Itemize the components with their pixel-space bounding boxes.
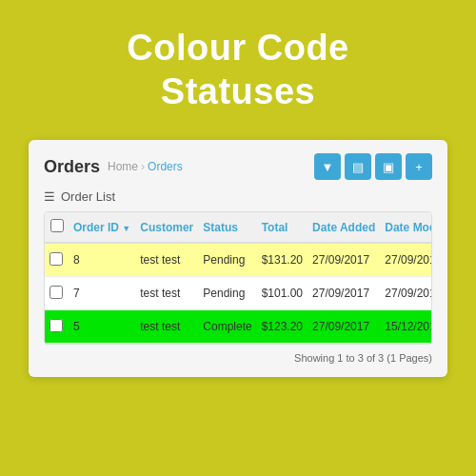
columns-icon: ▤ bbox=[352, 160, 364, 174]
cell-total: $131.20 bbox=[257, 243, 307, 277]
table-row: 7 test test Pending $101.00 27/09/2017 2… bbox=[45, 277, 432, 310]
cell-customer: test test bbox=[135, 310, 198, 344]
card-header: Orders Home › Orders ▼ ▤ ▣ + bbox=[44, 153, 432, 180]
cell-customer: test test bbox=[135, 243, 198, 277]
orders-card: Orders Home › Orders ▼ ▤ ▣ + ☰ Order Lis… bbox=[29, 140, 447, 377]
card-header-actions: ▼ ▤ ▣ + bbox=[314, 153, 432, 180]
cell-order-id: 8 bbox=[69, 243, 135, 277]
th-date-added: Date Added bbox=[307, 212, 380, 243]
row-checkbox-0[interactable] bbox=[50, 252, 63, 266]
select-all-checkbox[interactable] bbox=[50, 219, 64, 232]
breadcrumb-separator: › bbox=[141, 160, 145, 173]
cell-status: Pending bbox=[198, 277, 256, 310]
breadcrumb-current: Orders bbox=[148, 160, 183, 173]
th-date-modified: Date Modified bbox=[380, 212, 432, 243]
add-button[interactable]: + bbox=[406, 153, 432, 180]
orders-table-wrap: Order ID ▼ Customer Status Total Date Ad… bbox=[44, 211, 432, 345]
card-header-left: Orders Home › Orders bbox=[44, 157, 183, 177]
cell-date-added: 27/09/2017 bbox=[307, 277, 380, 310]
sort-icon: ▼ bbox=[122, 224, 130, 233]
print-icon: ▣ bbox=[383, 160, 394, 174]
showing-text: Showing 1 to 3 of 3 (1 Pages) bbox=[44, 352, 432, 364]
cell-date-modified: 27/09/2017 bbox=[380, 243, 432, 277]
columns-button[interactable]: ▤ bbox=[345, 153, 371, 180]
cell-date-modified: 15/12/2017 bbox=[380, 310, 432, 344]
th-checkbox bbox=[45, 212, 69, 243]
cell-checkbox bbox=[45, 243, 69, 277]
cell-checkbox bbox=[45, 277, 69, 310]
breadcrumb-home: Home bbox=[108, 160, 138, 173]
th-customer: Customer bbox=[135, 212, 198, 243]
cell-date-added: 27/09/2017 bbox=[307, 243, 380, 277]
table-row: 5 test test Complete $123.20 27/09/2017 … bbox=[45, 310, 432, 344]
orders-table: Order ID ▼ Customer Status Total Date Ad… bbox=[45, 212, 432, 344]
hero-title: Colour Code Statuses bbox=[127, 27, 348, 113]
row-checkbox-2[interactable] bbox=[50, 319, 63, 332]
row-checkbox-1[interactable] bbox=[50, 286, 63, 299]
cell-date-modified: 27/09/2017 bbox=[380, 277, 432, 310]
cell-checkbox bbox=[45, 310, 69, 344]
th-status: Status bbox=[198, 212, 256, 243]
th-order-id: Order ID ▼ bbox=[69, 212, 135, 243]
cell-order-id: 5 bbox=[69, 310, 135, 344]
section-header: ☰ Order List bbox=[44, 189, 432, 204]
table-body: 8 test test Pending $131.20 27/09/2017 2… bbox=[45, 243, 432, 344]
list-icon: ☰ bbox=[44, 189, 55, 204]
page-title: Orders bbox=[44, 157, 100, 177]
plus-icon: + bbox=[415, 160, 423, 174]
section-label: Order List bbox=[61, 189, 115, 204]
cell-total: $101.00 bbox=[257, 277, 307, 310]
cell-customer: test test bbox=[135, 277, 198, 310]
filter-button[interactable]: ▼ bbox=[314, 153, 341, 180]
cell-order-id: 7 bbox=[69, 277, 135, 310]
cell-date-added: 27/09/2017 bbox=[307, 310, 380, 344]
print-button[interactable]: ▣ bbox=[375, 153, 402, 180]
table-row: 8 test test Pending $131.20 27/09/2017 2… bbox=[45, 243, 432, 277]
cell-status: Pending bbox=[198, 243, 256, 277]
th-total: Total bbox=[257, 212, 307, 243]
cell-total: $123.20 bbox=[257, 310, 307, 344]
table-header-row: Order ID ▼ Customer Status Total Date Ad… bbox=[45, 212, 432, 243]
cell-status: Complete bbox=[198, 310, 256, 344]
filter-icon: ▼ bbox=[322, 160, 334, 174]
breadcrumb: Home › Orders bbox=[108, 160, 183, 173]
hero-section: Colour Code Statuses bbox=[127, 0, 348, 140]
